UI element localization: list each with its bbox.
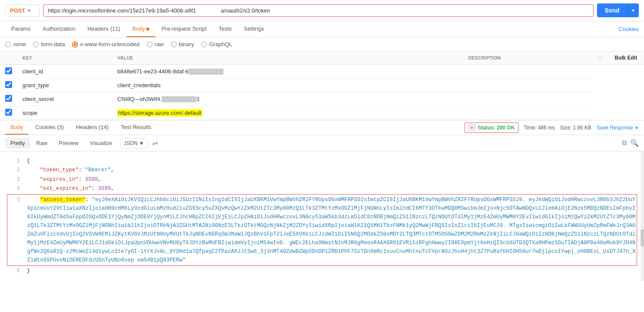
body-type-graphql[interactable]: GraphQL bbox=[201, 41, 232, 47]
radio-graphql[interactable] bbox=[201, 41, 207, 47]
bottom-tab-cookies[interactable]: Cookies (3) bbox=[30, 120, 69, 135]
json-line-6: 6 } bbox=[7, 267, 637, 276]
resp-tab-preview[interactable]: Preview bbox=[53, 138, 84, 148]
row1-value-blurred bbox=[189, 69, 223, 75]
body-dot bbox=[146, 28, 149, 31]
send-group: Send ▼ bbox=[597, 3, 639, 17]
chevron-down-icon: ▼ bbox=[27, 8, 31, 13]
body-type-binary[interactable]: binary bbox=[171, 41, 194, 47]
body-type-selector: none form-data x-www-form-urlencoded raw… bbox=[0, 38, 644, 51]
row3-key: client_secret bbox=[17, 92, 112, 106]
col-value: VALUE bbox=[112, 51, 463, 65]
tab-headers[interactable]: Headers (11) bbox=[82, 21, 126, 37]
body-type-raw[interactable]: raw bbox=[147, 41, 164, 47]
row3-value-blurred bbox=[162, 96, 196, 102]
table-row: scope https://storage.azure.com/.default bbox=[0, 106, 644, 120]
col-description: DESCRIPTION bbox=[463, 51, 592, 65]
col-bulk-edit[interactable]: Bulk Edit bbox=[609, 51, 644, 65]
status-badge: Status: 200 OK bbox=[465, 123, 518, 133]
status-icon bbox=[468, 124, 475, 131]
bottom-tab-test-results[interactable]: Test Results bbox=[116, 120, 157, 135]
row3-checkbox[interactable] bbox=[5, 95, 12, 102]
access-token-block: 5 "access_token": "eyJ0eXAiOiJKV1QiLCJhb… bbox=[7, 194, 637, 266]
method-select[interactable]: POST ▼ bbox=[5, 4, 40, 17]
row3-description bbox=[463, 92, 592, 106]
time-text: Time: 486 ms bbox=[524, 125, 555, 131]
json-line-3: 3 "expires_in": 3599, bbox=[7, 175, 637, 184]
tab-pre-request[interactable]: Pre-request Script bbox=[155, 21, 213, 37]
table-row: grant_type client_credentials bbox=[0, 79, 644, 92]
search-icon[interactable]: 🔍 bbox=[630, 139, 639, 147]
row2-description bbox=[463, 79, 592, 92]
status-area: Status: 200 OK Time: 486 ms Size: 1.95 K… bbox=[465, 123, 639, 133]
size-text: Size: 1.95 KB bbox=[560, 125, 591, 131]
bottom-tab-body[interactable]: Body bbox=[5, 120, 28, 135]
row3-value: CNI8Q~-oh3Wif4. 3 bbox=[112, 92, 463, 106]
json-line-5: 5 "access_token": "eyJ0eXAiOiJKV1QiLCJhb… bbox=[7, 195, 637, 265]
row2-value: client_credentials bbox=[112, 79, 463, 92]
resp-tab-raw[interactable]: Raw bbox=[31, 138, 53, 148]
svg-point-1 bbox=[471, 126, 473, 129]
json-line-4: 4 "ext_expires_in": 3599, bbox=[7, 184, 637, 193]
radio-none[interactable] bbox=[5, 41, 11, 47]
json-line-1: 1 { bbox=[7, 157, 637, 166]
status-text: Status: 200 OK bbox=[478, 125, 515, 131]
radio-binary[interactable] bbox=[171, 41, 177, 47]
wrap-icon[interactable]: ⇌ bbox=[152, 139, 158, 147]
url-bar: POST ▼ Send ▼ bbox=[0, 0, 644, 21]
radio-form-data[interactable] bbox=[33, 41, 39, 47]
table-row: client_secret CNI8Q~-oh3Wif4. 3 bbox=[0, 92, 644, 106]
tab-settings[interactable]: Settings bbox=[238, 21, 270, 37]
bottom-tabs: Body Cookies (3) Headers (14) Test Resul… bbox=[0, 120, 644, 135]
col-more: ⋯ bbox=[592, 51, 609, 65]
save-response-button[interactable]: Save Response ▼ bbox=[597, 125, 639, 131]
json-chevron-icon: ▼ bbox=[139, 140, 144, 146]
method-label: POST bbox=[10, 7, 25, 14]
body-type-form-data[interactable]: form-data bbox=[33, 41, 65, 47]
bottom-tab-headers[interactable]: Headers (14) bbox=[71, 120, 114, 135]
row1-value: b848e671-ee23-4406-8daf-6 bbox=[112, 65, 463, 79]
json-response-area: 1 { 2 "token_type": "Bearer", 3 "expires… bbox=[0, 151, 644, 281]
json-line-2: 2 "token_type": "Bearer", bbox=[7, 166, 637, 175]
row4-description bbox=[463, 106, 592, 120]
body-type-none[interactable]: none bbox=[5, 41, 26, 47]
vertical-scrollbar[interactable] bbox=[641, 151, 644, 281]
row4-value: https://storage.azure.com/.default bbox=[112, 106, 463, 120]
radio-raw[interactable] bbox=[147, 41, 153, 47]
row4-key: scope bbox=[17, 106, 112, 120]
row2-checkbox[interactable] bbox=[5, 81, 12, 88]
send-button[interactable]: Send bbox=[597, 3, 627, 17]
resp-tab-pretty[interactable]: Pretty bbox=[5, 138, 30, 148]
nav-tabs: Params Authorization Headers (11) Body P… bbox=[0, 21, 644, 38]
row2-key: grant_type bbox=[17, 79, 112, 92]
save-chevron-icon: ▼ bbox=[635, 126, 639, 130]
scrollbar-thumb[interactable] bbox=[641, 229, 644, 246]
json-format-selector[interactable]: JSON ▼ bbox=[120, 138, 148, 148]
tab-body[interactable]: Body bbox=[126, 21, 156, 37]
url-input[interactable] bbox=[43, 4, 594, 17]
row1-checkbox[interactable] bbox=[5, 67, 12, 74]
send-dropdown-button[interactable]: ▼ bbox=[627, 3, 639, 17]
cookies-link[interactable]: Cookies bbox=[619, 22, 639, 37]
tab-authorization[interactable]: Authorization bbox=[37, 21, 82, 37]
response-actions: ⧉ 🔍 bbox=[622, 139, 639, 147]
row1-key: client_id bbox=[17, 65, 112, 79]
form-table: KEY VALUE DESCRIPTION ⋯ Bulk Edit client… bbox=[0, 51, 644, 120]
col-key: KEY bbox=[17, 51, 112, 65]
copy-icon[interactable]: ⧉ bbox=[622, 139, 627, 147]
resp-tab-visualize[interactable]: Visualize bbox=[85, 138, 117, 148]
row1-description bbox=[463, 65, 592, 79]
response-tabs: Pretty Raw Preview Visualize JSON ▼ ⇌ ⧉ … bbox=[0, 135, 644, 151]
json-view: 1 { 2 "token_type": "Bearer", 3 "expires… bbox=[0, 151, 644, 281]
table-row: client_id b848e671-ee23-4406-8daf-6 bbox=[0, 65, 644, 79]
radio-urlencoded[interactable] bbox=[72, 41, 78, 47]
tab-tests[interactable]: Tests bbox=[213, 21, 238, 37]
scope-value-highlight: https://storage.azure.com/.default bbox=[117, 109, 202, 117]
tab-params[interactable]: Params bbox=[5, 21, 37, 37]
row4-checkbox[interactable] bbox=[5, 109, 12, 116]
body-type-urlencoded[interactable]: x-www-form-urlencoded bbox=[72, 41, 140, 47]
col-checkbox bbox=[0, 51, 17, 65]
